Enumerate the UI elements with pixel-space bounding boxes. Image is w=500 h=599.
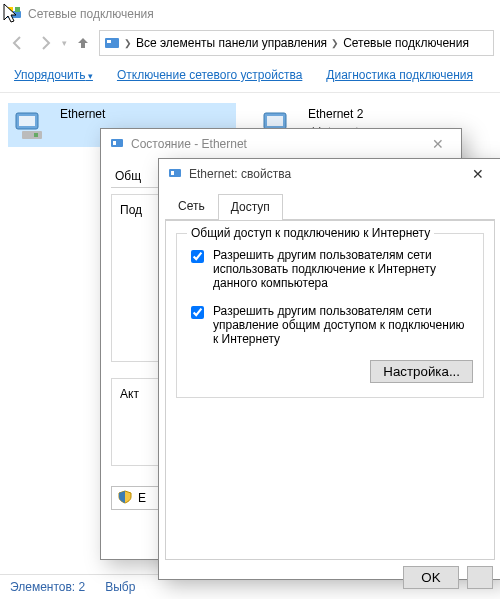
svg-rect-7	[22, 131, 42, 139]
toolbar: Упорядочить Отключение сетевого устройст…	[0, 58, 500, 93]
dialog-title: Ethernet: свойства	[189, 167, 291, 181]
cancel-button-truncated[interactable]	[467, 566, 493, 589]
tab-network[interactable]: Сеть	[165, 193, 218, 219]
dialog-title: Состояние - Ethernet	[131, 137, 247, 151]
svg-rect-13	[169, 169, 181, 177]
allow-control-checkbox[interactable]	[191, 306, 204, 319]
sharing-tab-body: Общий доступ к подключению к Интернету Р…	[165, 220, 495, 560]
ics-group: Общий доступ к подключению к Интернету Р…	[176, 233, 484, 398]
window-title: Сетевые подключения	[28, 7, 154, 21]
dialog-title-bar[interactable]: Состояние - Ethernet ✕	[101, 129, 461, 159]
connection-name: Ethernet	[60, 107, 105, 121]
svg-rect-1	[8, 7, 13, 12]
breadcrumb-segment[interactable]: Сетевые подключения	[343, 36, 469, 50]
allow-sharing-label: Разрешить другим пользователям сети испо…	[213, 248, 473, 290]
allow-control-label: Разрешить другим пользователям сети упра…	[213, 304, 473, 346]
nav-row: ▾ ❯ Все элементы панели управления ❯ Сет…	[0, 28, 500, 58]
nav-history-dropdown[interactable]: ▾	[62, 38, 67, 48]
shield-icon	[118, 490, 134, 506]
svg-rect-11	[111, 139, 123, 147]
tab-sharing[interactable]: Доступ	[218, 194, 283, 220]
svg-rect-2	[15, 7, 20, 12]
ethernet-properties-dialog: Ethernet: свойства ✕ Сеть Доступ Общий д…	[158, 158, 500, 580]
allow-sharing-checkbox[interactable]	[191, 250, 204, 263]
network-conn-icon	[6, 5, 22, 24]
nav-back-button[interactable]	[6, 31, 30, 55]
disable-device-button[interactable]: Отключение сетевого устройства	[117, 68, 302, 82]
breadcrumb[interactable]: ❯ Все элементы панели управления ❯ Сетев…	[99, 30, 494, 56]
chevron-right-icon: ❯	[124, 38, 132, 48]
svg-rect-0	[7, 11, 21, 18]
close-button[interactable]: ✕	[463, 159, 493, 189]
tab-general-truncated[interactable]: Общ	[115, 169, 141, 183]
label-truncated: E	[138, 491, 146, 505]
diagnose-button[interactable]: Диагностика подключения	[326, 68, 473, 82]
control-panel-icon	[104, 35, 120, 51]
organize-menu[interactable]: Упорядочить	[14, 68, 93, 82]
dialog-title-bar[interactable]: Ethernet: свойства ✕	[159, 159, 500, 189]
nav-up-button[interactable]	[71, 31, 95, 55]
svg-rect-10	[267, 116, 283, 126]
svg-rect-8	[34, 133, 38, 137]
status-item-count: Элементов: 2	[10, 580, 85, 594]
network-icon	[109, 135, 125, 154]
chevron-right-icon: ❯	[331, 38, 339, 48]
ics-group-title: Общий доступ к подключению к Интернету	[187, 226, 434, 240]
connection-name: Ethernet 2	[308, 107, 363, 121]
svg-rect-4	[107, 40, 111, 43]
network-icon	[167, 165, 183, 184]
settings-button[interactable]: Настройка...	[370, 360, 473, 383]
nav-forward-button[interactable]	[34, 31, 58, 55]
svg-rect-12	[113, 141, 116, 145]
svg-rect-14	[171, 171, 174, 175]
ok-button[interactable]: OK	[403, 566, 459, 589]
svg-rect-6	[19, 116, 35, 126]
close-button[interactable]: ✕	[423, 129, 453, 159]
status-selected-truncated: Выбр	[105, 580, 135, 594]
ethernet-adapter-icon	[12, 107, 52, 143]
tab-strip: Сеть Доступ	[165, 193, 495, 220]
breadcrumb-segment[interactable]: Все элементы панели управления	[136, 36, 327, 50]
window-title-bar: Сетевые подключения	[0, 0, 500, 28]
